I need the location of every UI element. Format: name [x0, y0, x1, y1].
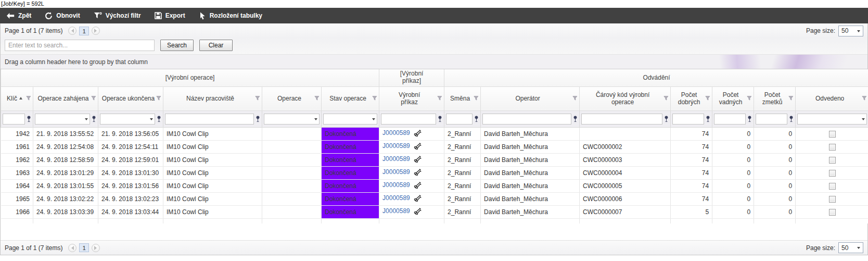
- header-filter-funnel-icon[interactable]: [26, 95, 31, 102]
- odvedeno-checkbox[interactable]: [829, 144, 836, 151]
- search-button[interactable]: Search: [160, 40, 194, 51]
- band-header-1[interactable]: [Výrobní příkaz]: [379, 69, 444, 86]
- prev-page-button[interactable]: [68, 244, 76, 252]
- filter-pin-icon[interactable]: [92, 116, 96, 122]
- group-panel[interactable]: Drag a column header here to group by th…: [1, 54, 867, 69]
- filter-input-prikaz[interactable]: [381, 114, 436, 125]
- toolbar-button-export[interactable]: Export: [155, 12, 185, 19]
- filter-pin-icon[interactable]: [474, 116, 479, 122]
- cut-detail-icon[interactable]: [414, 194, 422, 203]
- header-filter-funnel-icon[interactable]: [437, 95, 442, 102]
- band-header-2[interactable]: Odvádění: [444, 69, 868, 86]
- filter-input-smena[interactable]: [446, 114, 473, 125]
- odvedeno-checkbox[interactable]: [829, 196, 836, 203]
- cell-ukoncena: 24. 9. 2018 13:01:56: [98, 179, 163, 192]
- production-order-link[interactable]: J0000589: [382, 181, 410, 189]
- filter-combo-odvedeno[interactable]: [797, 114, 867, 125]
- filter-combo-operace[interactable]: [264, 114, 320, 125]
- toolbar-button-label: Export: [165, 12, 185, 19]
- column-header-dobrych[interactable]: Počet dobrých: [671, 86, 712, 110]
- header-filter-funnel-icon[interactable]: [255, 95, 260, 102]
- toolbar-button-table-layout[interactable]: Rozložení tabulky: [199, 12, 262, 20]
- filter-input-operator[interactable]: [482, 114, 571, 125]
- odvedeno-checkbox[interactable]: [829, 170, 836, 177]
- filter-combo-zahajena[interactable]: [35, 114, 90, 125]
- filter-pin-icon[interactable]: [438, 116, 442, 122]
- filter-combo-stav[interactable]: [323, 114, 377, 125]
- column-header-smena[interactable]: Směna: [444, 86, 481, 110]
- header-filter-funnel-icon[interactable]: [156, 95, 161, 102]
- page-size-select[interactable]: 50: [838, 26, 863, 36]
- odvedeno-checkbox[interactable]: [829, 183, 836, 190]
- header-filter-funnel-icon[interactable]: [91, 95, 96, 102]
- header-filter-funnel-icon[interactable]: [372, 95, 377, 102]
- column-header-stav[interactable]: Stav operace: [322, 86, 379, 110]
- filter-pin-icon[interactable]: [573, 116, 578, 122]
- next-page-button[interactable]: [92, 27, 100, 35]
- filter-input-pracoviste[interactable]: [165, 114, 254, 125]
- header-filter-funnel-icon[interactable]: [474, 95, 479, 102]
- column-header-pracoviste[interactable]: Název pracoviště: [163, 86, 262, 110]
- filter-input-klic[interactable]: [3, 114, 25, 125]
- header-filter-funnel-icon[interactable]: [314, 95, 320, 102]
- filter-pin-icon[interactable]: [706, 116, 710, 122]
- production-order-link[interactable]: J0000589: [382, 194, 410, 202]
- clear-button[interactable]: Clear: [199, 40, 233, 51]
- column-header-operator[interactable]: Operátor: [481, 86, 580, 110]
- filter-combo-ukoncena[interactable]: [100, 114, 155, 125]
- production-order-link[interactable]: J0000589: [382, 207, 410, 215]
- table-row: 194221. 9. 2018 13:55:5221. 9. 2018 13:5…: [1, 127, 868, 140]
- band-header-0[interactable]: [Výrobní operace]: [1, 69, 379, 86]
- filter-pin-icon[interactable]: [157, 116, 161, 122]
- column-header-ukoncena[interactable]: Operace ukončena: [98, 86, 163, 110]
- page-size-select[interactable]: 50: [838, 242, 863, 253]
- production-order-link[interactable]: J0000589: [382, 168, 410, 176]
- column-header-zmetku[interactable]: Počet zmetků: [754, 86, 796, 110]
- filter-pin-icon[interactable]: [789, 116, 794, 122]
- column-header-vadnych[interactable]: Počet vadných: [712, 86, 754, 110]
- odvedeno-checkbox[interactable]: [829, 131, 836, 138]
- production-order-link[interactable]: J0000589: [382, 155, 410, 163]
- filter-pin-icon[interactable]: [27, 116, 31, 122]
- header-filter-funnel-icon[interactable]: [788, 95, 794, 102]
- cut-detail-icon[interactable]: [414, 168, 422, 177]
- filter-input-carovy_kod[interactable]: [581, 114, 662, 125]
- column-header-odvedeno[interactable]: Odvedeno: [796, 86, 868, 110]
- cut-detail-icon[interactable]: [414, 129, 422, 138]
- filter-pin-icon[interactable]: [664, 116, 669, 122]
- header-filter-funnel-icon[interactable]: [705, 95, 710, 102]
- column-header-prikaz[interactable]: Výrobní příkaz: [379, 86, 444, 110]
- column-header-carovy_kod[interactable]: Čárový kód výrobní operace: [580, 86, 671, 110]
- filter-cell-dobrych: [671, 110, 712, 127]
- production-order-link[interactable]: J0000589: [382, 129, 410, 136]
- toolbar-button-default-filter[interactable]: Výchozí filtr: [94, 12, 141, 19]
- header-filter-funnel-icon[interactable]: [663, 95, 669, 102]
- search-input[interactable]: [5, 40, 155, 51]
- filter-input-zmetku[interactable]: [756, 114, 787, 125]
- page-number-button[interactable]: 1: [79, 27, 88, 35]
- cut-detail-icon[interactable]: [414, 181, 422, 190]
- column-header-klic[interactable]: Klíč: [1, 86, 33, 110]
- toolbar-button-refresh[interactable]: Obnovit: [45, 12, 80, 20]
- header-filter-funnel-icon[interactable]: [572, 95, 578, 102]
- filter-pin-icon[interactable]: [747, 116, 752, 122]
- column-header-operace[interactable]: Operace: [262, 86, 322, 110]
- filter-cell-odvedeno: [796, 110, 868, 127]
- cut-detail-icon[interactable]: [414, 207, 422, 216]
- cut-detail-icon[interactable]: [414, 155, 422, 164]
- page-number-button[interactable]: 1: [79, 243, 88, 252]
- header-filter-funnel-icon[interactable]: [862, 95, 867, 102]
- filter-pin-icon[interactable]: [256, 116, 260, 122]
- production-order-link[interactable]: J0000589: [382, 142, 410, 150]
- odvedeno-checkbox[interactable]: [829, 157, 836, 164]
- cell-pracoviste: IM10 Cowl Clip: [163, 179, 262, 192]
- column-header-zahajena[interactable]: Operace zahájena: [33, 86, 98, 110]
- header-filter-funnel-icon[interactable]: [747, 95, 752, 102]
- cut-detail-icon[interactable]: [414, 142, 422, 151]
- filter-input-dobrych[interactable]: [672, 114, 704, 125]
- next-page-button[interactable]: [92, 244, 100, 252]
- prev-page-button[interactable]: [68, 27, 76, 35]
- odvedeno-checkbox[interactable]: [829, 209, 836, 216]
- filter-input-vadnych[interactable]: [714, 114, 746, 125]
- toolbar-button-back[interactable]: Zpět: [6, 12, 31, 19]
